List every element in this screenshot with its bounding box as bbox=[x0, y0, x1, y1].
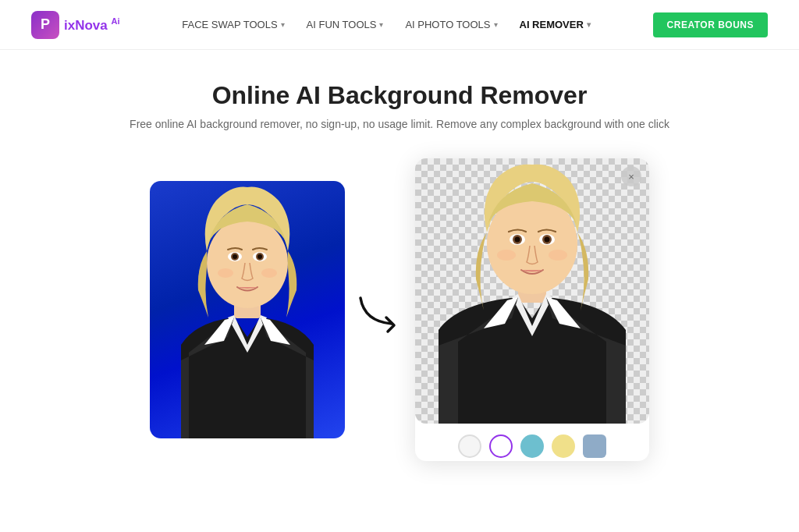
svg-point-4 bbox=[233, 254, 237, 259]
swatch-yellow[interactable] bbox=[552, 434, 575, 458]
color-swatches bbox=[415, 434, 649, 461]
logo[interactable]: P ixNova Ai bbox=[31, 11, 119, 39]
curved-arrow-icon bbox=[349, 278, 411, 341]
creator-bonus-button[interactable]: CREATOR BOUNS bbox=[653, 12, 768, 37]
svg-point-19 bbox=[549, 250, 567, 261]
chevron-icon: ▾ bbox=[379, 20, 383, 29]
svg-point-18 bbox=[497, 250, 516, 261]
demo-area: × bbox=[47, 158, 752, 461]
svg-point-8 bbox=[218, 268, 233, 278]
svg-point-1 bbox=[207, 218, 288, 308]
chevron-icon: ▾ bbox=[587, 20, 591, 29]
arrow-indicator bbox=[345, 278, 415, 341]
original-portrait-svg bbox=[150, 181, 345, 438]
logo-ai-badge: Ai bbox=[111, 16, 119, 26]
swatch-blue-gray[interactable] bbox=[583, 434, 606, 458]
result-portrait-svg bbox=[415, 158, 649, 424]
swatch-white[interactable] bbox=[458, 434, 481, 458]
logo-text: ixNova Ai bbox=[64, 16, 119, 34]
svg-point-14 bbox=[515, 237, 520, 243]
close-button[interactable]: × bbox=[621, 166, 641, 186]
result-image-container: × bbox=[415, 158, 649, 424]
nav-links: FACE SWAP TOOLS ▾ AI FUN TOOLS ▾ AI PHOT… bbox=[182, 19, 591, 30]
navbar: P ixNova Ai FACE SWAP TOOLS ▾ AI FUN TOO… bbox=[0, 0, 799, 50]
logo-icon: P bbox=[31, 11, 59, 39]
nav-item-ai-remover[interactable]: AI REMOVER ▾ bbox=[520, 19, 591, 30]
chevron-icon: ▾ bbox=[281, 20, 285, 29]
nav-item-ai-photo[interactable]: AI PHOTO TOOLS ▾ bbox=[405, 19, 497, 30]
swatch-teal[interactable] bbox=[520, 434, 544, 458]
nav-item-face-swap[interactable]: FACE SWAP TOOLS ▾ bbox=[182, 19, 284, 30]
chevron-icon: ▾ bbox=[494, 20, 498, 29]
main-content: Online AI Background Remover Free online… bbox=[0, 50, 799, 477]
result-panel: × bbox=[415, 158, 649, 461]
page-title: Online AI Background Remover bbox=[47, 81, 752, 110]
svg-point-7 bbox=[257, 254, 262, 259]
swatch-transparent[interactable] bbox=[489, 434, 513, 458]
nav-item-ai-fun[interactable]: AI FUN TOOLS ▾ bbox=[307, 19, 384, 30]
page-subtitle: Free online AI background remover, no si… bbox=[47, 118, 752, 130]
svg-point-9 bbox=[261, 268, 277, 278]
original-image bbox=[150, 181, 345, 438]
svg-point-17 bbox=[545, 237, 550, 243]
